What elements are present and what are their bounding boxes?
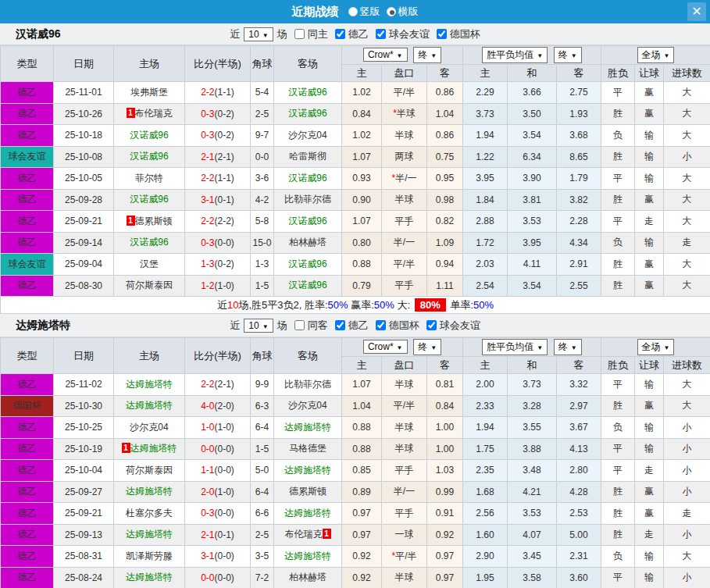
avg-home-odds: 2.88 (463, 211, 508, 233)
result-goals: 小 (664, 524, 710, 546)
home-team-name: 凯泽斯劳滕 (126, 551, 173, 561)
handicap-away-odds: 1.09 (427, 232, 463, 254)
league-label[interactable]: 德国杯 (389, 319, 419, 333)
handicap-line-cell: 平手 (382, 275, 427, 297)
vertical-layout-label[interactable]: 竖版 (360, 5, 380, 19)
corners-cell: 6-4 (251, 481, 274, 503)
handicap-line-cell: 两球 (382, 146, 427, 168)
match-type-cell: 德乙 (1, 211, 54, 233)
result-wdl: 胜 (601, 503, 635, 525)
avg-odds-select[interactable]: 胜平负均值▼ (482, 47, 548, 63)
result-goals: 大 (664, 374, 710, 396)
date-cell: 25-08-30 (54, 275, 114, 297)
avg-home-odds: 3.95 (463, 168, 508, 190)
home-team-cell: 汉诺威96 (114, 232, 185, 254)
match-row: 德乙25-11-02达姆施塔特2-2(2-1)9-9比勒菲尔德1.07半球0.8… (1, 374, 710, 396)
handicap-line-cell: 半球 (382, 567, 427, 588)
league-checkbox[interactable] (426, 320, 437, 330)
handicap-home-odds: 0.79 (342, 275, 382, 297)
match-count-select[interactable]: 10▼ (244, 27, 273, 41)
match-row: 德乙25-08-31凯泽斯劳滕3-1(0-0)3-5达姆施塔特0.92*平/半0… (1, 546, 710, 568)
halftime-score: (1-1) (215, 87, 234, 98)
halftime-score: (0-0) (215, 572, 234, 583)
away-team-name: 汉诺威96 (288, 258, 326, 269)
league-checkbox[interactable] (437, 29, 447, 39)
bookmaker-select[interactable]: Crow*▼ (363, 48, 408, 62)
same-venue-checkbox[interactable] (294, 320, 305, 330)
games-label: 场 (277, 319, 287, 333)
league-label[interactable]: 球会友谊 (389, 27, 430, 41)
subcol-avg-draw: 和 (508, 65, 557, 82)
league-checkbox[interactable] (335, 29, 345, 39)
away-team-name: 汉诺威96 (288, 173, 326, 184)
avg-draw-odds: 3.58 (508, 567, 557, 588)
horizontal-layout-label[interactable]: 横版 (398, 5, 419, 19)
away-team-name: 比勒菲尔德 (284, 194, 331, 205)
layout-radio-group: 竖版 横版 (342, 5, 419, 19)
match-type-cell: 德乙 (1, 232, 54, 254)
league-label[interactable]: 德乙 (348, 319, 369, 333)
result-handicap: 输 (635, 374, 664, 396)
avg-odds-select[interactable]: 胜平负均值▼ (482, 339, 548, 355)
handicap-line: 平/半 (395, 551, 416, 561)
home-team-name: 汉诺威96 (130, 130, 168, 141)
close-icon[interactable]: ✕ (687, 2, 706, 21)
avg-away-odds: 4.28 (557, 481, 601, 503)
avg-away-odds: 2.31 (557, 546, 601, 568)
away-team-cell: 马格德堡 (274, 438, 342, 460)
final-avg-select[interactable]: 终▼ (554, 339, 582, 355)
league-label[interactable]: 德国杯 (450, 27, 480, 41)
handicap-line-cell: 半球 (382, 374, 427, 396)
team-section: 达姆施塔特 近 10▼ 场 同客 德乙 德国杯 球会友谊 类型 日期 主场 (0, 314, 710, 588)
match-row: 德乙25-10-261布伦瑞克0-3(0-2)2-5汉诺威960.84*半球1.… (1, 103, 710, 125)
avg-home-odds: 2.33 (463, 395, 508, 417)
league-label[interactable]: 德乙 (348, 27, 369, 41)
handicap-line: 半球 (395, 572, 414, 583)
score-cell: 0-0(0-0) (185, 438, 251, 460)
final-avg-select[interactable]: 终▼ (554, 47, 582, 63)
result-handicap: 赢 (635, 395, 664, 417)
away-team-cell: 汉诺威96 (274, 82, 342, 104)
away-team-cell: 汉诺威96 (274, 211, 342, 233)
same-venue-label[interactable]: 同客 (308, 319, 328, 333)
result-wdl: 平 (601, 438, 635, 460)
league-checkbox[interactable] (335, 320, 345, 330)
away-team-cell: 柏林赫塔 (274, 567, 342, 588)
handicap-home-odds: 1.07 (342, 374, 382, 396)
subcol-goals: 进球数 (664, 65, 710, 82)
same-venue-checkbox[interactable] (294, 29, 305, 39)
avg-home-odds: 2.56 (463, 503, 508, 525)
halftime-score: (2-1) (215, 379, 234, 390)
fulltime-score: 1-3 (201, 258, 214, 269)
handicap-away-odds: 1.00 (427, 438, 463, 460)
final-odds-select[interactable]: 终▼ (413, 339, 441, 355)
bookmaker-select[interactable]: Crow*▼ (363, 340, 408, 354)
match-type-cell: 德乙 (1, 524, 54, 546)
vertical-layout-radio[interactable] (348, 7, 358, 16)
handicap-away-odds: 0.97 (427, 567, 463, 588)
away-team-cell: 达姆施塔特 (274, 503, 342, 525)
horizontal-layout-radio[interactable] (387, 7, 396, 16)
date-cell: 25-09-14 (54, 232, 114, 254)
league-label[interactable]: 球会友谊 (440, 319, 480, 333)
league-checkbox[interactable] (376, 29, 386, 39)
same-venue-label[interactable]: 同主 (308, 27, 328, 41)
match-count-select[interactable]: 10▼ (244, 319, 273, 333)
result-goals: 大 (664, 168, 710, 190)
col-header-type: 类型 (1, 46, 54, 82)
match-type-cell: 德乙 (1, 374, 54, 396)
corners-cell: 3-6 (251, 168, 274, 190)
corners-cell: 7-2 (251, 567, 274, 588)
result-handicap: 赢 (635, 82, 664, 104)
final-odds-select[interactable]: 终▼ (413, 47, 441, 63)
league-checkbox[interactable] (376, 320, 386, 330)
match-type-cell: 德乙 (1, 168, 54, 190)
away-team-name: 达姆施塔特 (284, 422, 331, 433)
halftime-score: (2-1) (215, 151, 234, 162)
fullmatch-select[interactable]: 全场▼ (637, 339, 675, 355)
avg-draw-odds: 3.90 (508, 168, 557, 190)
away-team-cell: 汉诺威96 (274, 254, 342, 276)
away-team-cell: 柏林赫塔 (274, 232, 342, 254)
fullmatch-select[interactable]: 全场▼ (637, 47, 675, 63)
handicap-line: 半/一 (394, 237, 415, 248)
